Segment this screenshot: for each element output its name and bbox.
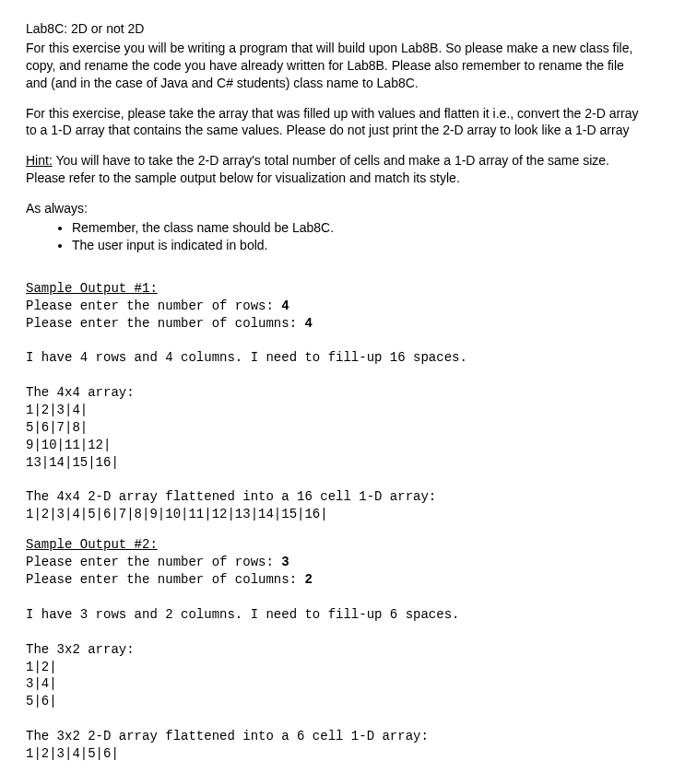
sample2-cols-value: 2 — [304, 572, 312, 587]
bullet-list: Remember, the class name should be Lab8C… — [26, 219, 647, 254]
hint-text: You will have to take the 2-D array's to… — [26, 153, 609, 185]
sample1-heading: Sample Output #1: — [26, 281, 158, 296]
sample2-row2: 3|4| — [26, 676, 57, 691]
intro-paragraph-2: For this exercise, please take the array… — [26, 105, 647, 140]
sample2-rows-value: 3 — [281, 555, 289, 569]
list-item: Remember, the class name should be Lab8C… — [72, 219, 647, 237]
hint-label: Hint: — [26, 153, 53, 168]
list-item: The user input is indicated in bold. — [72, 237, 647, 254]
sample2-row1: 1|2| — [26, 660, 57, 674]
sample1-row2: 5|6|7|8| — [26, 420, 88, 435]
sample1-flat-row: 1|2|3|4|5|6|7|8|9|10|11|12|13|14|15|16| — [26, 507, 328, 521]
sample2-info: I have 3 rows and 2 columns. I need to f… — [26, 607, 459, 622]
sample1-flat-header: The 4x4 2-D array flattened into a 16 ce… — [26, 489, 436, 504]
as-always-label: As always: — [26, 200, 647, 217]
sample1-cols-value: 4 — [304, 316, 312, 331]
sample2-heading: Sample Output #2: — [26, 537, 158, 552]
sample2-array-header: The 3x2 array: — [26, 642, 135, 657]
sample1-row4: 13|14|15|16| — [26, 455, 119, 470]
sample1-row3: 9|10|11|12| — [26, 438, 111, 452]
sample2-row3: 5|6| — [26, 694, 57, 708]
sample2-flat-header: The 3x2 2-D array flattened into a 6 cel… — [26, 729, 429, 743]
sample1-row1: 1|2|3|4| — [26, 403, 88, 417]
sample-output-1: Sample Output #1: Please enter the numbe… — [26, 280, 647, 523]
sample1-rows-value: 4 — [281, 298, 289, 313]
sample2-flat-row: 1|2|3|4|5|6| — [26, 746, 119, 761]
sample-output-2: Sample Output #2: Please enter the numbe… — [26, 536, 647, 763]
sample1-prompt-rows: Please enter the number of rows: — [26, 298, 281, 313]
lab-title: Lab8C: 2D or not 2D — [26, 20, 647, 38]
sample1-info: I have 4 rows and 4 columns. I need to f… — [26, 350, 467, 365]
sample2-prompt-rows: Please enter the number of rows: — [26, 555, 281, 569]
sample1-array-header: The 4x4 array: — [26, 385, 135, 400]
hint-paragraph: Hint: You will have to take the 2-D arra… — [26, 152, 647, 187]
intro-paragraph-1: For this exercise you will be writing a … — [26, 40, 647, 92]
sample2-prompt-cols: Please enter the number of columns: — [26, 572, 304, 587]
sample1-prompt-cols: Please enter the number of columns: — [26, 316, 304, 331]
